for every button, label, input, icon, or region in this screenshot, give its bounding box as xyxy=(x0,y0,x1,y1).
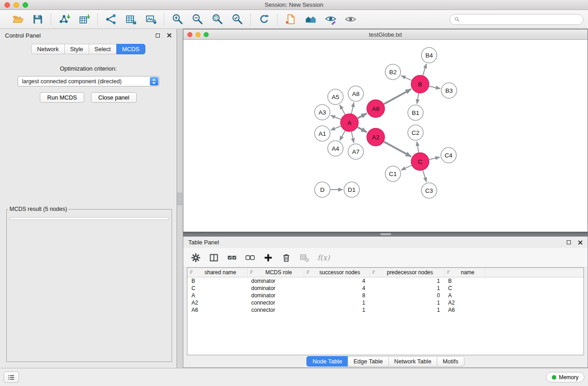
network-canvas[interactable]: B4B2BB3A8A5A6B1A3AC2A1A2A4A7CC4C1C3DD1 xyxy=(183,40,588,232)
minimize-window-button[interactable] xyxy=(14,2,19,8)
graph-edge-A-A8[interactable] xyxy=(351,103,354,114)
close-panel-button[interactable]: Close panel xyxy=(91,92,137,103)
table-cell[interactable]: 4 xyxy=(304,285,369,292)
function-builder-button[interactable]: f(x) xyxy=(315,250,332,265)
task-history-button[interactable] xyxy=(4,372,19,383)
table-row[interactable]: Cdominator41C xyxy=(187,285,583,292)
splitter-handle[interactable] xyxy=(380,233,391,235)
table-cell[interactable]: dominator xyxy=(247,277,304,285)
optimization-criterion-select[interactable]: largest connected component (directed) xyxy=(18,76,159,86)
table-row[interactable]: A6connector11A6 xyxy=(187,306,583,314)
table-cell[interactable]: A2 xyxy=(444,299,485,306)
table-cell[interactable]: 1 xyxy=(369,306,444,314)
graph-edge-C-C4[interactable] xyxy=(429,157,440,159)
table-cell[interactable]: C xyxy=(444,285,485,292)
column-header-name[interactable]: name xyxy=(444,268,485,277)
table-cell[interactable]: B xyxy=(444,277,485,285)
graph-node-A3[interactable]: A3 xyxy=(315,105,330,120)
tab-edge-table[interactable]: Edge Table xyxy=(348,356,389,367)
graph-node-B[interactable]: B xyxy=(411,76,429,93)
open-session-button[interactable] xyxy=(10,12,26,27)
annotation-mode-button[interactable] xyxy=(322,12,339,27)
search-box[interactable] xyxy=(449,14,583,25)
graph-edge-A-A4[interactable] xyxy=(340,131,345,140)
graph-node-C2[interactable]: C2 xyxy=(408,125,423,140)
graph-edge-A-A6[interactable] xyxy=(358,114,367,119)
graph-edge-C-C3[interactable] xyxy=(423,171,426,182)
table-cell[interactable]: dominator xyxy=(247,292,304,299)
graph-edge-B-B2[interactable] xyxy=(401,76,411,80)
graph-node-A4[interactable]: A4 xyxy=(328,141,343,156)
graph-edge-A6-B[interactable] xyxy=(384,89,411,104)
column-header-predecessor-nodes[interactable]: predecessor nodes xyxy=(369,268,444,277)
table-cell[interactable]: 4 xyxy=(304,277,369,285)
splitter-handle[interactable] xyxy=(177,193,182,205)
graph-node-B4[interactable]: B4 xyxy=(421,48,437,63)
tab-node-table[interactable]: Node Table xyxy=(306,356,348,367)
network-graph[interactable]: B4B2BB3A8A5A6B1A3AC2A1A2A4A7CC4C1C3DD1 xyxy=(183,40,588,232)
table-row[interactable]: A2connector11A2 xyxy=(187,299,583,306)
table-cell[interactable]: 1 xyxy=(369,299,444,306)
table-cell[interactable]: connector xyxy=(247,306,304,314)
graph-node-C1[interactable]: C1 xyxy=(385,166,401,181)
graph-node-C[interactable]: C xyxy=(411,153,429,171)
graph-node-D[interactable]: D xyxy=(315,182,330,197)
graph-node-C4[interactable]: C4 xyxy=(441,148,456,163)
graph-node-A6[interactable]: A6 xyxy=(367,100,385,118)
table-cell[interactable]: A6 xyxy=(187,306,247,314)
memory-button[interactable]: Memory xyxy=(546,372,584,382)
table-cell[interactable]: dominator xyxy=(247,285,304,292)
table-cell[interactable]: A6 xyxy=(444,306,485,314)
table-cell[interactable]: connector xyxy=(247,299,304,306)
save-session-button[interactable] xyxy=(29,12,46,27)
control-panel-float-icon[interactable] xyxy=(156,33,160,38)
graph-edge-A-A1[interactable] xyxy=(331,126,341,130)
table-mode-button[interactable] xyxy=(188,250,203,265)
column-header-successor-nodes[interactable]: successor nodes xyxy=(304,268,369,277)
tab-motifs[interactable]: Motifs xyxy=(437,356,464,367)
tab-network[interactable]: Network xyxy=(31,44,65,54)
graph-edge-A-A3[interactable] xyxy=(331,115,341,119)
network-close-button[interactable] xyxy=(187,32,192,37)
zoom-selected-button[interactable] xyxy=(229,12,245,27)
create-new-column-button[interactable] xyxy=(260,250,276,265)
network-maximize-button[interactable] xyxy=(204,32,209,37)
table-cell[interactable]: A xyxy=(187,292,247,299)
zoom-out-button[interactable] xyxy=(189,12,206,27)
tab-mcds[interactable]: MCDS xyxy=(116,44,145,54)
refresh-layout-button[interactable] xyxy=(256,12,272,27)
graph-node-B1[interactable]: B1 xyxy=(408,105,423,120)
import-network-from-file-button[interactable] xyxy=(56,12,72,27)
graph-node-D1[interactable]: D1 xyxy=(344,182,359,197)
graph-edge-B-B3[interactable] xyxy=(429,86,440,88)
network-minimize-button[interactable] xyxy=(196,32,201,37)
table-cell[interactable]: A2 xyxy=(187,299,247,306)
tab-network-table[interactable]: Network Table xyxy=(388,356,437,367)
graph-edge-A-A7[interactable] xyxy=(351,132,354,143)
select-all-rows-button[interactable] xyxy=(224,250,239,265)
horizontal-splitter[interactable] xyxy=(183,232,588,236)
import-table-from-file-button[interactable] xyxy=(76,12,92,27)
panel-splitter[interactable] xyxy=(177,29,183,368)
table-cell[interactable]: 0 xyxy=(369,292,444,299)
export-table-button[interactable] xyxy=(123,12,139,27)
graph-node-B3[interactable]: B3 xyxy=(441,83,457,98)
tab-select[interactable]: Select xyxy=(89,44,117,54)
export-image-button[interactable] xyxy=(143,12,159,27)
graph-node-C3[interactable]: C3 xyxy=(421,183,437,198)
result-item[interactable]: A2 xyxy=(12,219,166,220)
graph-node-A7[interactable]: A7 xyxy=(348,144,363,159)
control-panel-close-icon[interactable] xyxy=(167,33,172,38)
table-panel-float-icon[interactable] xyxy=(567,240,571,244)
table-row[interactable]: Adominator80A xyxy=(187,292,583,299)
graph-edge-A-A5[interactable] xyxy=(340,105,345,114)
graph-edge-C-C2[interactable] xyxy=(417,142,419,152)
maximize-window-button[interactable] xyxy=(23,2,28,8)
graph-node-A8[interactable]: A8 xyxy=(348,86,363,101)
table-cell[interactable]: B xyxy=(187,277,247,285)
table-cell[interactable]: 1 xyxy=(304,299,369,306)
show-column-button[interactable] xyxy=(206,250,221,265)
table-cell[interactable]: 1 xyxy=(369,285,444,292)
graph-node-A1[interactable]: A1 xyxy=(315,126,330,141)
graph-node-B2[interactable]: B2 xyxy=(385,64,401,80)
